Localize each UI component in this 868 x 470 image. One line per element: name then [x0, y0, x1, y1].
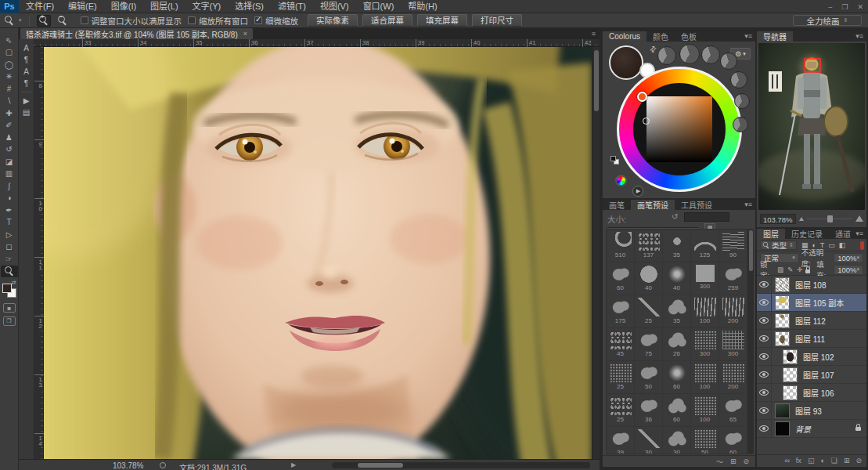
document-tab[interactable]: 猎杀游魂骑士 (圣职修女3.tif @ 104% (图层 105 副本, RGB…: [20, 28, 253, 39]
brush-scroll-thumb[interactable]: [749, 230, 753, 271]
link-layers-icon[interactable]: ∞: [784, 457, 789, 465]
path-select-tool[interactable]: ▷: [1, 229, 18, 241]
adjustment-layer-icon[interactable]: ◐: [820, 457, 824, 465]
option-checkbox-0[interactable]: 调整窗口大小以满屏显示: [81, 15, 182, 27]
saturation-value-square[interactable]: [646, 96, 712, 162]
harmony-knob-3[interactable]: [720, 52, 737, 70]
dodge-tool[interactable]: ◑: [1, 193, 18, 205]
layer-visibility[interactable]: [757, 402, 772, 419]
zoom-in-large-icon[interactable]: [855, 215, 863, 222]
option-button-2[interactable]: 填充屏幕: [417, 14, 467, 27]
layer-row[interactable]: 图层 105 副本: [757, 294, 866, 312]
actions-panel-icon[interactable]: ▶: [20, 95, 33, 107]
play-icon[interactable]: ▶: [632, 186, 643, 197]
brush-preset[interactable]: 25: [607, 394, 635, 427]
menu-help[interactable]: 帮助(H): [401, 0, 444, 13]
clone-stamp-tool[interactable]: ♟: [1, 132, 18, 144]
harmony-knob-4[interactable]: [730, 71, 747, 89]
horizontal-scrollbar[interactable]: [332, 462, 590, 468]
layer-row[interactable]: 图层 111: [757, 330, 866, 348]
panel-menu-icon[interactable]: ▾≡: [744, 201, 752, 208]
brush-preset[interactable]: 175: [607, 295, 635, 328]
gradient-tool[interactable]: ▥: [1, 168, 18, 181]
brush-preset[interactable]: 25: [607, 361, 635, 394]
layer-effects-icon[interactable]: fx: [796, 457, 801, 465]
close-tab-icon[interactable]: ×: [243, 30, 247, 38]
menu-window[interactable]: 窗口(W): [356, 0, 402, 13]
brush-preset[interactable]: 40: [635, 262, 663, 295]
layer-row[interactable]: 图层 106: [757, 384, 866, 402]
smudge-tool[interactable]: ∫: [1, 180, 18, 193]
checkbox[interactable]: [81, 16, 88, 24]
layer-thumbnail[interactable]: [775, 403, 790, 418]
tab-画笔预设[interactable]: 画笔预设: [631, 200, 675, 210]
brush-preset[interactable]: 100: [691, 394, 719, 427]
minimize-button[interactable]: –: [828, 3, 832, 11]
layer-visibility[interactable]: [757, 330, 772, 347]
layer-thumbnail[interactable]: [775, 295, 790, 310]
hue-ring-marker[interactable]: [637, 92, 647, 102]
checkbox[interactable]: [254, 16, 262, 24]
layer-visibility[interactable]: [757, 276, 772, 293]
color-swatches[interactable]: ⇄: [2, 282, 17, 299]
brush-preset[interactable]: 100: [691, 295, 719, 328]
layer-visibility[interactable]: [757, 366, 772, 383]
tab-画笔[interactable]: 画笔: [603, 200, 631, 210]
brush-grid-scrollbar[interactable]: [748, 229, 754, 454]
menu-edit[interactable]: 编辑(E): [61, 0, 104, 13]
layer-thumbnail[interactable]: [775, 313, 790, 328]
harmony-knob-5[interactable]: [734, 93, 750, 109]
panel-menu-icon[interactable]: ▾≡: [744, 32, 752, 40]
tab-工具预设[interactable]: 工具预设: [675, 200, 719, 210]
menu-select[interactable]: 选择(S): [228, 0, 271, 13]
brush-preset[interactable]: 35: [663, 295, 691, 328]
character-styles-panel-icon[interactable]: A: [20, 66, 33, 78]
vertical-scrollbar[interactable]: [592, 47, 600, 459]
layer-thumbnail[interactable]: [775, 421, 790, 436]
brush-preset[interactable]: 26: [663, 328, 691, 361]
brush-preset[interactable]: 200: [719, 361, 747, 394]
layer-visibility[interactable]: [757, 312, 772, 329]
brush-preset[interactable]: 300: [691, 328, 719, 361]
sv-marker[interactable]: [643, 118, 650, 125]
tab-navigator[interactable]: 导航器: [757, 31, 793, 42]
brush-preset[interactable]: 60: [719, 427, 747, 454]
tab-历史记录[interactable]: 历史记录: [785, 229, 829, 239]
new-brush-icon[interactable]: ⊞: [730, 457, 737, 465]
option-button-0[interactable]: 实际像素: [308, 14, 358, 27]
lock-transparency-icon[interactable]: ▨: [777, 266, 783, 273]
brush-preset[interactable]: 36: [635, 394, 663, 427]
harmony-knob-6[interactable]: [733, 117, 748, 132]
zoom-tool[interactable]: [1, 266, 18, 278]
brush-preset[interactable]: 35: [663, 230, 691, 262]
menu-view[interactable]: 视图(V): [313, 0, 356, 13]
layer-thumbnail[interactable]: [783, 385, 798, 400]
workspace-selector[interactable]: 全力绘画⇕: [793, 15, 862, 26]
brush-preset[interactable]: 75: [635, 328, 663, 361]
layer-visibility[interactable]: [757, 294, 772, 311]
brush-preset[interactable]: 100: [691, 361, 719, 394]
current-color-swatch[interactable]: [609, 45, 643, 80]
harmony-knob-0[interactable]: [657, 46, 676, 65]
layer-thumbnail[interactable]: [775, 277, 790, 292]
harmony-knob-2[interactable]: [701, 45, 720, 64]
layer-visibility[interactable]: [757, 348, 772, 365]
layer-row[interactable]: 图层 93: [757, 402, 866, 420]
timeline-panel-icon[interactable]: ▤: [20, 107, 33, 118]
brush-preset[interactable]: 300: [719, 328, 747, 361]
option-button-3[interactable]: 打印尺寸: [472, 14, 522, 27]
pen-tool[interactable]: ✒: [1, 204, 18, 217]
vertical-scroll-thumb[interactable]: [594, 50, 599, 111]
left-ruler[interactable]: 891011121314: [34, 47, 44, 459]
paragraph-styles-panel-icon[interactable]: ¶: [20, 78, 33, 89]
reset-size-icon[interactable]: ↺: [672, 212, 678, 221]
delete-layer-icon[interactable]: ⊘: [855, 457, 862, 465]
mini-fg-bg-swatches[interactable]: [610, 156, 620, 165]
close-button[interactable]: ✕: [857, 3, 863, 11]
tab-coolorus[interactable]: Coolorus: [603, 31, 646, 42]
tool-dropdown-arrow[interactable]: ▾: [19, 17, 22, 24]
tab-色板[interactable]: 色板: [675, 31, 703, 42]
eyedropper-tool[interactable]: ∖: [1, 96, 18, 108]
shape-tool[interactable]: ◻: [1, 241, 18, 254]
swap-colors-icon[interactable]: ⇄: [647, 44, 658, 55]
